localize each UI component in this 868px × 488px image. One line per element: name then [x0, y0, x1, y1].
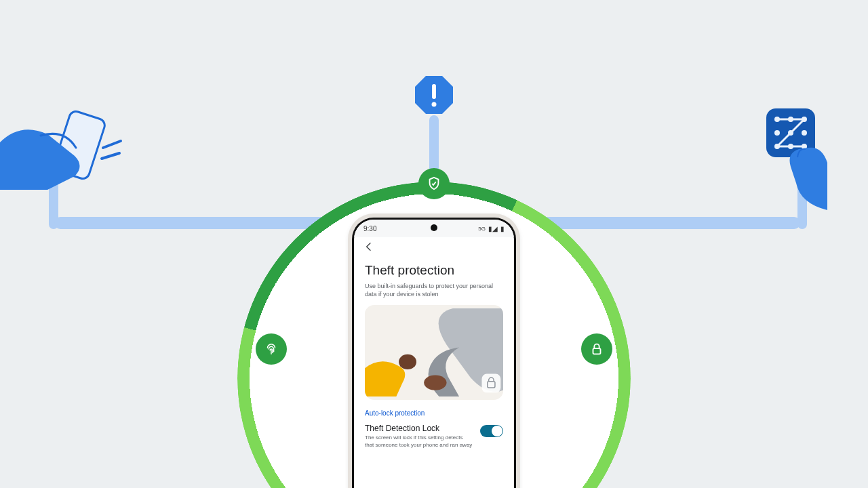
fingerprint-node-icon [256, 333, 287, 365]
shield-node-icon [418, 168, 450, 199]
check-icon [494, 428, 500, 434]
camera-punchhole [431, 224, 437, 231]
phone-mockup: 9:30 5G ▮◢ ▮ Theft protection Use built-… [348, 214, 520, 488]
status-network: 5G [478, 226, 486, 232]
svg-line-5 [102, 153, 119, 159]
status-battery-icon: ▮ [500, 225, 505, 232]
toggle-switch[interactable] [480, 425, 503, 437]
section-label: Auto-lock protection [365, 409, 503, 417]
svg-rect-16 [593, 348, 601, 354]
svg-point-10 [774, 130, 780, 136]
arrow-left-icon [363, 241, 374, 252]
status-time: 9:30 [363, 225, 376, 232]
page-title: Theft protection [365, 263, 503, 278]
status-signal-icon: ▮◢ [488, 225, 498, 232]
hero-card-illustration [365, 305, 503, 400]
phone-screen: 9:30 5G ▮◢ ▮ Theft protection Use built-… [354, 220, 514, 488]
setting-description: The screen will lock if this setting det… [365, 434, 473, 449]
back-button[interactable] [354, 237, 514, 255]
page-subtitle: Use built-in safeguards to protect your … [365, 282, 503, 298]
warning-octagon-icon [414, 75, 454, 115]
svg-rect-1 [432, 84, 436, 99]
hero-illustration: 9:30 5G ▮◢ ▮ Theft protection Use built-… [0, 0, 868, 488]
svg-point-2 [432, 102, 437, 107]
pattern-lock-illustration [746, 108, 827, 210]
setting-title: Theft Detection Lock [365, 424, 473, 433]
setting-row[interactable]: Theft Detection Lock The screen will loc… [365, 424, 503, 449]
hand-swipe-phone-illustration [0, 108, 142, 190]
svg-point-19 [424, 375, 446, 390]
lock-node-icon [581, 333, 612, 365]
svg-point-18 [399, 354, 416, 369]
svg-rect-20 [481, 374, 500, 393]
svg-point-12 [802, 130, 807, 136]
svg-line-4 [103, 141, 121, 148]
